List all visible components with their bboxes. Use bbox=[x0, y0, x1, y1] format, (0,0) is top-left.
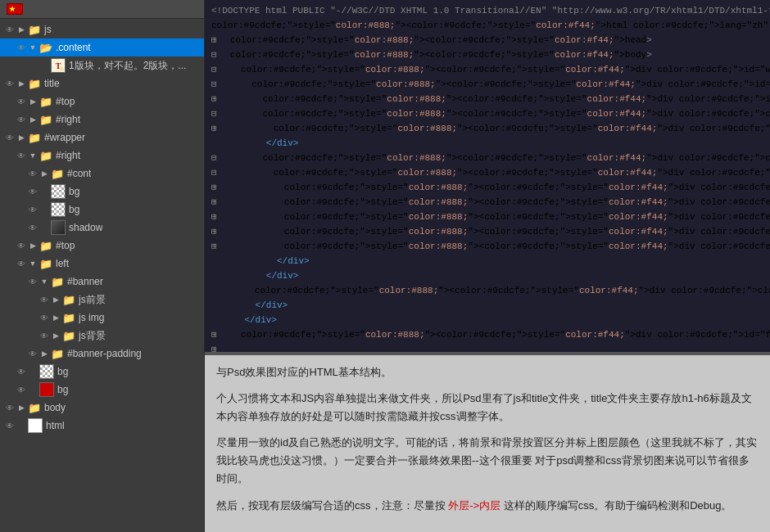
tree-item-content[interactable]: 👁▼📂.content bbox=[0, 38, 204, 56]
tree-item-banner-padding[interactable]: 👁▶📁#banner-padding bbox=[0, 345, 204, 363]
eye-icon[interactable]: 👁 bbox=[26, 223, 39, 232]
tree-item-cont[interactable]: 👁▶📁#cont bbox=[0, 165, 204, 183]
eye-icon[interactable]: 👁 bbox=[3, 79, 16, 88]
toggle-arrow-icon[interactable]: ▶ bbox=[39, 169, 49, 178]
eye-icon[interactable]: 👁 bbox=[15, 151, 28, 160]
folder-icon: 📁 bbox=[28, 79, 41, 89]
layer-label: #top bbox=[56, 96, 75, 107]
expand-icon[interactable]: ⊟ bbox=[211, 165, 217, 180]
eye-icon[interactable]: 👁 bbox=[15, 241, 28, 250]
expand-icon[interactable]: ⊟ bbox=[211, 47, 217, 62]
eye-icon[interactable]: 👁 bbox=[26, 169, 39, 178]
code-line: color:#9cdcfe;">style="color:#888;"><col… bbox=[211, 18, 763, 33]
code-line: </div> bbox=[211, 313, 763, 327]
layers-tree: 👁▶📁js👁▼📂.contentT⚠1版块，对不起。2版块，...👁▶📁titl… bbox=[0, 19, 204, 436]
toggle-arrow-icon[interactable]: ▶ bbox=[28, 241, 38, 250]
toggle-arrow-icon[interactable]: ▼ bbox=[28, 43, 38, 52]
tree-item-top1[interactable]: 👁▶📁#top bbox=[0, 92, 204, 110]
tree-item-bg1[interactable]: 👁bg bbox=[0, 183, 204, 201]
layer-label: js img bbox=[79, 312, 104, 323]
expand-icon[interactable]: ⊞ bbox=[211, 239, 217, 254]
expand-icon[interactable]: ⊞ bbox=[211, 224, 217, 239]
layer-label: #banner-padding bbox=[67, 348, 142, 359]
eye-icon[interactable]: 👁 bbox=[3, 422, 16, 431]
eye-icon[interactable]: 👁 bbox=[38, 295, 51, 304]
expand-icon[interactable]: ⊞ bbox=[211, 121, 217, 136]
eye-icon[interactable]: 👁 bbox=[15, 259, 28, 268]
tree-item-body[interactable]: 👁▶📁body bbox=[0, 399, 204, 417]
eye-icon[interactable]: 👁 bbox=[15, 43, 28, 52]
eye-icon[interactable]: 👁 bbox=[3, 404, 16, 413]
layer-label: 1版块，对不起。2版块，... bbox=[69, 59, 186, 73]
eye-icon[interactable]: 👁 bbox=[38, 331, 51, 340]
tree-item-top2[interactable]: 👁▶📁#top bbox=[0, 237, 204, 255]
toggle-arrow-icon[interactable]: ▶ bbox=[51, 331, 61, 340]
code-line: ⊞ color:#9cdcfe;">style="color:#888;"><c… bbox=[211, 195, 763, 210]
thumb-checker-icon bbox=[51, 184, 66, 199]
tree-item-js-img[interactable]: 👁▶📁js img bbox=[0, 309, 204, 327]
thumb-checker-icon bbox=[39, 364, 54, 379]
layer-label: bg bbox=[69, 186, 79, 197]
eye-icon[interactable]: 👁 bbox=[26, 277, 39, 286]
tree-item-wrapper[interactable]: 👁▶📁#wrapper bbox=[0, 128, 204, 147]
toggle-arrow-icon[interactable]: ▶ bbox=[28, 97, 38, 106]
layer-label: js背景 bbox=[79, 329, 106, 343]
expand-icon[interactable]: ⊞ bbox=[211, 342, 217, 352]
eye-icon[interactable]: 👁 bbox=[3, 133, 16, 142]
folder-icon: 📂 bbox=[39, 43, 52, 53]
toggle-arrow-icon[interactable]: ▼ bbox=[28, 259, 38, 268]
expand-icon[interactable]: ⊞ bbox=[211, 327, 217, 342]
tree-item-title[interactable]: 👁▶📁title bbox=[0, 74, 204, 92]
eye-icon[interactable]: 👁 bbox=[15, 385, 28, 394]
eye-icon[interactable]: 👁 bbox=[38, 313, 51, 322]
toggle-arrow-icon[interactable]: ▶ bbox=[28, 115, 38, 124]
text-area: 与Psd效果图对应的HTML基本结构。个人习惯将文本和JS内容单独提出来做文件夹… bbox=[205, 355, 770, 532]
toggle-arrow-icon[interactable]: ▶ bbox=[16, 25, 26, 34]
folder-icon: 📁 bbox=[62, 331, 75, 341]
expand-icon[interactable]: ⊟ bbox=[211, 106, 217, 121]
toggle-arrow-icon[interactable]: ▶ bbox=[16, 133, 26, 142]
expand-icon[interactable]: ⊞ bbox=[211, 180, 217, 195]
tree-item-bg3[interactable]: 👁bg bbox=[0, 363, 204, 381]
eye-icon[interactable]: 👁 bbox=[26, 349, 39, 358]
expand-icon[interactable]: ⊟ bbox=[211, 151, 217, 165]
toggle-arrow-icon[interactable]: ▶ bbox=[39, 349, 49, 358]
tree-item-js-front[interactable]: 👁▶📁js前景 bbox=[0, 291, 204, 309]
tree-item-content-thumb[interactable]: T⚠1版块，对不起。2版块，... bbox=[0, 56, 204, 74]
expand-icon[interactable]: ⊞ bbox=[211, 33, 217, 47]
tree-item-bg2[interactable]: 👁bg bbox=[0, 201, 204, 219]
thumb-white-icon bbox=[28, 418, 43, 433]
toggle-arrow-icon[interactable]: ▼ bbox=[39, 277, 49, 286]
eye-icon[interactable]: 👁 bbox=[26, 205, 39, 214]
tree-item-right1[interactable]: 👁▶📁#right bbox=[0, 110, 204, 128]
toggle-arrow-icon[interactable]: ▶ bbox=[51, 295, 61, 304]
toggle-arrow-icon[interactable]: ▶ bbox=[16, 404, 26, 412]
folder-icon: 📁 bbox=[39, 97, 52, 107]
expand-icon[interactable]: ⊟ bbox=[211, 77, 217, 92]
eye-icon[interactable]: 👁 bbox=[15, 115, 28, 124]
expand-icon[interactable]: ⊞ bbox=[211, 92, 217, 106]
layer-label: left bbox=[56, 258, 69, 269]
expand-icon[interactable]: ⊞ bbox=[211, 210, 217, 224]
tree-item-js-bg[interactable]: 👁▶📁js背景 bbox=[0, 327, 204, 345]
toggle-arrow-icon[interactable]: ▶ bbox=[16, 79, 26, 88]
tree-item-html[interactable]: 👁html bbox=[0, 417, 204, 435]
tree-item-shadow[interactable]: 👁shadow bbox=[0, 219, 204, 237]
layer-label: bg bbox=[57, 384, 68, 395]
eye-icon[interactable]: 👁 bbox=[26, 187, 39, 196]
expand-icon[interactable]: ⊞ bbox=[211, 195, 217, 210]
tree-item-right2[interactable]: 👁▼📁#right bbox=[0, 147, 204, 165]
toggle-arrow-icon[interactable]: ▶ bbox=[51, 313, 61, 322]
expand-icon[interactable]: ⊟ bbox=[211, 62, 217, 77]
code-line: </div> bbox=[211, 298, 763, 313]
eye-icon[interactable]: 👁 bbox=[3, 25, 16, 34]
toggle-arrow-icon[interactable]: ▼ bbox=[28, 151, 38, 160]
eye-icon[interactable]: 👁 bbox=[15, 97, 28, 106]
tree-item-bg4[interactable]: 👁bg bbox=[0, 381, 204, 399]
tree-item-banner[interactable]: 👁▼📁#banner bbox=[0, 273, 204, 291]
folder-icon: 📁 bbox=[39, 241, 52, 251]
eye-icon[interactable]: 👁 bbox=[15, 367, 28, 376]
code-line: ⊟ color:#9cdcfe;">style="color:#888;"><c… bbox=[211, 62, 763, 77]
tree-item-left[interactable]: 👁▼📁left bbox=[0, 255, 204, 273]
tree-item-js[interactable]: 👁▶📁js bbox=[0, 20, 204, 38]
